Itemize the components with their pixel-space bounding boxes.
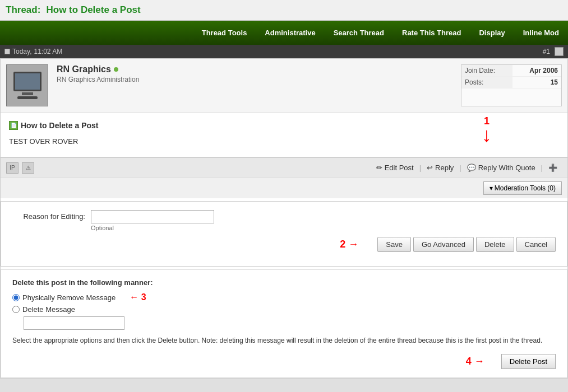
posts-label: Posts: — [461, 77, 512, 88]
cancel-button[interactable]: Cancel — [516, 237, 556, 252]
user-section: RN Graphics RN Graphics Administration J… — [1, 59, 567, 113]
reason-input[interactable] — [91, 210, 214, 223]
warn-icon[interactable]: ⚠ — [22, 162, 34, 174]
online-indicator — [114, 67, 118, 72]
post-time: 11:02 AM — [34, 48, 62, 55]
user-stats: Join Date: Apr 2006 Posts: 15 — [461, 64, 562, 106]
post-icon: 📄 — [9, 121, 18, 130]
post-container: RN Graphics RN Graphics Administration J… — [0, 58, 568, 379]
join-date-label: Join Date: — [461, 65, 512, 77]
post-body: TEST OVER ROVER — [9, 134, 559, 148]
moderation-tools-button[interactable]: ▾ Moderation Tools (0) — [483, 181, 562, 195]
annotation-2: 2 → — [340, 239, 358, 250]
delete-reason-input[interactable] — [24, 316, 124, 330]
physically-remove-option: Physically Remove Message ← 3 — [12, 292, 556, 302]
nav-administrative[interactable]: Administrative — [256, 21, 324, 45]
post-options-icon — [555, 47, 564, 56]
delete-section: Delete this post in the following manner… — [1, 269, 567, 378]
reason-row: Reason for Editing: Optional — [12, 210, 556, 231]
post-title: 📄 How to Delete a Post — [9, 121, 559, 130]
nav-search-thread[interactable]: Search Thread — [325, 21, 393, 45]
optional-label: Optional — [91, 225, 556, 231]
reply-link[interactable]: ↩ Reply — [422, 161, 458, 174]
ip-icon[interactable]: IP — [6, 162, 19, 174]
post-meta-bar: Today, 11:02 AM #1 — [0, 45, 568, 58]
reply-icon: ↩ — [427, 164, 433, 172]
post-content: 1 ↓ 📄 How to Delete a Post TEST OVER ROV… — [1, 113, 567, 157]
add-post-link[interactable]: ➕ — [544, 161, 562, 174]
annotation-4: 4 → — [466, 356, 484, 367]
post-date: Today, — [12, 48, 31, 55]
user-role: RN Graphics Administration — [57, 76, 455, 83]
posts-value: 15 — [512, 77, 561, 88]
nav-thread-tools[interactable]: Thread Tools — [193, 21, 256, 45]
username-text: RN Graphics — [57, 64, 111, 74]
save-button[interactable]: Save — [377, 237, 411, 252]
avatar-box — [6, 64, 51, 106]
delete-message-option: Delete Message — [12, 305, 556, 314]
post-number: #1 — [543, 47, 564, 56]
go-advanced-button[interactable]: Go Advanced — [413, 237, 474, 252]
delete-post-row: 4 → Delete Post — [12, 354, 556, 369]
moderation-tools-row: ▾ Moderation Tools (0) — [1, 178, 567, 198]
edit-form: Reason for Editing: Optional 2 → Save Go… — [1, 201, 567, 267]
nav-display[interactable]: Display — [470, 21, 514, 45]
action-bar-left: IP ⚠ — [6, 162, 34, 174]
delete-manner-title: Delete this post in the following manner… — [12, 278, 556, 287]
arrow-1: ↓ — [482, 127, 492, 143]
delete-message-label: Delete Message — [22, 305, 75, 314]
nav-rate-thread[interactable]: Rate This Thread — [393, 21, 470, 45]
page-title-bar: Thread: How to Delete a Post — [0, 0, 568, 21]
physically-remove-label: Physically Remove Message — [22, 293, 116, 302]
edit-icon: ✏ — [376, 164, 382, 172]
delete-note: Select the appropriate options and then … — [12, 335, 556, 346]
title-prefix: Thread: — [6, 4, 40, 15]
reply-quote-link[interactable]: 💬 Reply With Quote — [463, 161, 540, 174]
action-bar: IP ⚠ ✏ Edit Post | ↩ Reply | 💬 Reply Wit… — [1, 157, 567, 178]
reason-label: Reason for Editing: — [12, 210, 85, 221]
user-info: RN Graphics RN Graphics Administration — [57, 64, 455, 106]
form-buttons: 2 → Save Go Advanced Delete Cancel — [12, 237, 556, 252]
edit-post-link[interactable]: ✏ Edit Post — [372, 161, 418, 174]
reason-field: Optional — [91, 210, 556, 231]
avatar — [6, 64, 48, 106]
quote-icon: 💬 — [467, 164, 476, 172]
calendar-icon — [4, 49, 10, 54]
annotation-3: ← 3 — [130, 292, 146, 302]
delete-message-radio[interactable] — [12, 306, 20, 313]
action-bar-right: ✏ Edit Post | ↩ Reply | 💬 Reply With Quo… — [372, 161, 562, 174]
delete-post-button[interactable]: Delete Post — [501, 354, 556, 369]
nav-inline-mod[interactable]: Inline Mod — [514, 21, 568, 45]
join-date-value: Apr 2006 — [512, 65, 561, 77]
nav-bar: Thread Tools Administrative Search Threa… — [0, 21, 568, 45]
thread-title: How to Delete a Post — [47, 4, 141, 15]
add-icon: ➕ — [548, 164, 557, 172]
delete-button[interactable]: Delete — [476, 237, 514, 252]
date-time: Today, 11:02 AM — [4, 48, 62, 55]
physically-remove-radio[interactable] — [12, 294, 20, 301]
